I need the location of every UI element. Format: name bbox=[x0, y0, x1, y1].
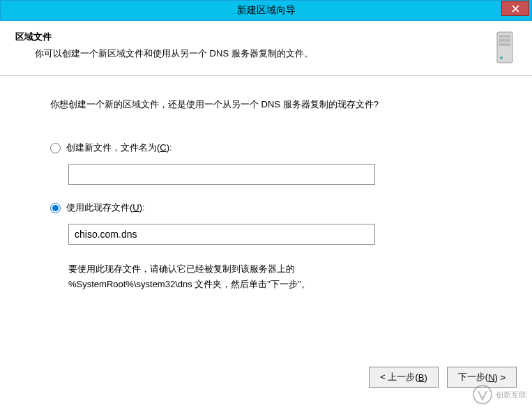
titlebar: 新建区域向导 bbox=[0, 0, 532, 21]
header-subtitle: 你可以创建一个新区域文件和使用从另一个 DNS 服务器复制的文件。 bbox=[15, 47, 487, 60]
existing-file-name-input[interactable] bbox=[68, 224, 375, 245]
svg-rect-3 bbox=[499, 35, 510, 38]
header-title: 区域文件 bbox=[15, 31, 487, 43]
wizard-buttons: < 上一步(B) 下一步(N) > bbox=[0, 367, 532, 388]
label-existing-file: 使用此现存文件(U): bbox=[66, 201, 145, 214]
svg-rect-4 bbox=[499, 39, 510, 42]
question-text: 你想创建一个新的区域文件，还是使用一个从另一个 DNS 服务器复制的现存文件? bbox=[50, 98, 503, 111]
header-text: 区域文件 你可以创建一个新区域文件和使用从另一个 DNS 服务器复制的文件。 bbox=[15, 31, 487, 60]
close-icon bbox=[512, 5, 519, 13]
label-new-file: 创建新文件，文件名为(C): bbox=[66, 142, 172, 154]
option-new-file[interactable]: 创建新文件，文件名为(C): bbox=[50, 142, 503, 154]
wizard-header: 区域文件 你可以创建一个新区域文件和使用从另一个 DNS 服务器复制的文件。 bbox=[0, 21, 532, 76]
watermark-logo-icon bbox=[472, 384, 493, 405]
svg-point-6 bbox=[500, 56, 503, 59]
option-existing-file[interactable]: 使用此现存文件(U): bbox=[50, 201, 503, 214]
wizard-content: 你想创建一个新的区域文件，还是使用一个从另一个 DNS 服务器复制的现存文件? … bbox=[0, 76, 532, 292]
note-line-2: %SystemRoot%\system32\dns 文件夹，然后单击"下一步"。 bbox=[68, 277, 417, 292]
watermark: 创新互联 bbox=[472, 384, 526, 405]
new-file-name-input[interactable] bbox=[68, 164, 375, 185]
window-title: 新建区域向导 bbox=[1, 4, 531, 17]
server-icon bbox=[493, 31, 517, 64]
close-button[interactable] bbox=[501, 1, 529, 16]
svg-rect-5 bbox=[499, 43, 510, 46]
radio-new-file[interactable] bbox=[50, 143, 61, 153]
radio-existing-file[interactable] bbox=[50, 203, 61, 213]
note-line-1: 要使用此现存文件，请确认它已经被复制到该服务器上的 bbox=[68, 261, 417, 277]
back-button[interactable]: < 上一步(B) bbox=[369, 367, 439, 388]
note-text: 要使用此现存文件，请确认它已经被复制到该服务器上的 %SystemRoot%\s… bbox=[68, 261, 417, 292]
watermark-text: 创新互联 bbox=[496, 390, 526, 400]
